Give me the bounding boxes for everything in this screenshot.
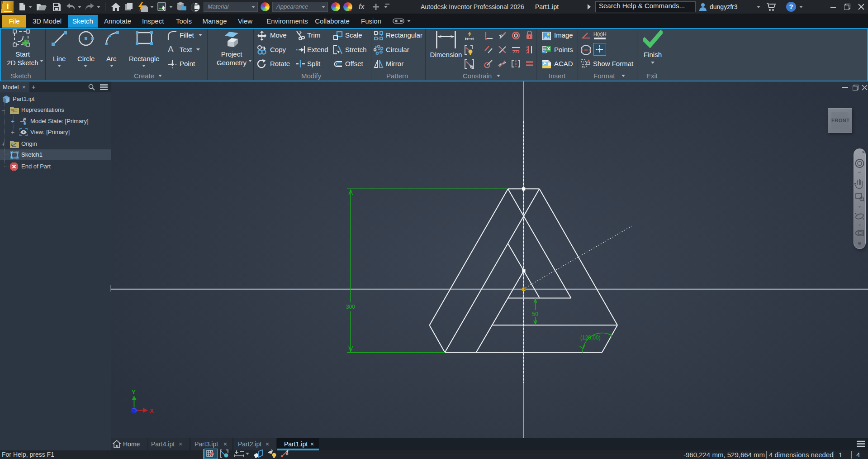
svg-text:H(x)H: H(x)H — [593, 31, 607, 37]
svg-text:X: X — [150, 407, 154, 414]
svg-text:Y: Y — [132, 389, 136, 396]
svg-text:(120,00): (120,00) — [580, 335, 601, 341]
svg-text:300: 300 — [346, 304, 355, 310]
svg-text:50: 50 — [532, 311, 539, 317]
